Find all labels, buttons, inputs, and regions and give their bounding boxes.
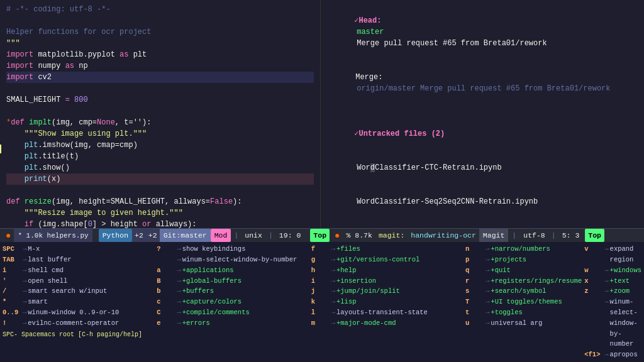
kb-entry: s→+search/symbol xyxy=(465,286,582,297)
kb-entry: C→+compile/comments xyxy=(157,307,308,318)
status-top-right[interactable]: Top xyxy=(585,229,604,242)
kb-entry: !→evilnc-comment-operator xyxy=(3,318,154,329)
git-untracked-file[interactable]: WordClassifier-Seq2Seq2CNN-Retrain.ipynb xyxy=(327,185,638,219)
kb-entry: a→+applications xyxy=(157,265,308,276)
kb-entry: i→shell cmd xyxy=(3,265,154,276)
kb-entry: f→+files xyxy=(311,244,463,255)
status-sep3 xyxy=(304,229,310,242)
code-line: """Show image using plt.""" xyxy=(6,128,314,140)
kb-entry: j→+jump/join/split xyxy=(311,286,463,297)
kb-entry: i→+insertion xyxy=(311,276,463,287)
keybindings-area: SPC→M-x TAB→last buffer i→shell cmd '→op… xyxy=(0,242,644,362)
status-magit-main: Magit xyxy=(479,229,509,242)
status-unix: unix xyxy=(242,229,265,242)
code-line: import cv2 xyxy=(6,72,314,83)
kb-col-2: ?→show keybindings →winum-select-window-… xyxy=(157,244,308,360)
status-bar: ● * 1.0k helpers.py Python +2 +2 Git:mas… xyxy=(0,228,644,242)
kb-entry: TAB→last buffer xyxy=(3,255,154,265)
status-git-branch: Git:master xyxy=(160,229,211,242)
git-head-line: ✓Head: master Merge pull request #65 fro… xyxy=(327,4,638,60)
status-spacer xyxy=(92,229,99,242)
code-line: *def implt(img, cmp=None, t=''): xyxy=(6,117,314,128)
git-merge-line: Merge: origin/master Merge pull request … xyxy=(327,60,638,106)
kb-entry: /→smart search w/input xyxy=(3,286,154,297)
code-line: Helper functions for ocr project xyxy=(6,26,314,38)
code-line: SMALL_HEIGHT = 800 xyxy=(6,94,314,106)
status-top-button[interactable]: Top xyxy=(310,229,330,242)
code-line: plt.imshow(img, cmap=cmp) xyxy=(6,140,314,151)
kb-entry: 0..9→winum-window 0..9-or-10 xyxy=(3,307,154,318)
code-line: import numpy as np xyxy=(6,60,314,72)
code-line: print(x) xyxy=(6,173,314,185)
code-line: """ xyxy=(6,38,314,49)
status-position: 19: 0 xyxy=(276,229,304,242)
main-area: # -*- coding: utf-8 -*- Helper functions… xyxy=(0,0,644,228)
status-dot: ● xyxy=(3,229,14,242)
git-untracked-file[interactable]: WordClassifier-CTC-Retrain.ipynb xyxy=(327,151,638,185)
status-git-modified: Mod xyxy=(211,229,231,242)
code-line xyxy=(6,106,314,117)
kb-entry: w→+windows xyxy=(584,265,641,276)
code-line xyxy=(6,15,314,26)
kb-entry: n→+narrow/numbers xyxy=(465,244,582,255)
status-sep1: | xyxy=(231,229,242,242)
kb-entry: u→universal arg xyxy=(465,318,582,329)
kb-entry: <f1>→apropos xyxy=(584,349,641,360)
kb-entry: m→+major-mode-cmd xyxy=(311,318,463,329)
code-line xyxy=(6,83,314,94)
kb-col-1: SPC→M-x TAB→last buffer i→shell cmd '→op… xyxy=(3,244,154,360)
kb-entry: '→open shell xyxy=(3,276,154,287)
kb-bottom: SPC- Spacemacs root [C-h paging/help] xyxy=(3,330,154,340)
kb-entry: t→+toggles xyxy=(465,307,582,318)
status-file-name: * 1.0k helpers.py xyxy=(14,229,92,242)
status-magit-label: magit: xyxy=(375,229,408,242)
git-untracked-header[interactable]: ✓Untracked files (2) xyxy=(327,117,638,151)
code-line: plt.show() xyxy=(6,162,314,173)
kb-entry: *→smart xyxy=(3,297,154,307)
cursor-indicator xyxy=(0,145,1,153)
kb-entry: g→+git/versions-control xyxy=(311,255,463,265)
status-encoding: utf-8 xyxy=(520,229,548,242)
status-dot2: ● xyxy=(330,229,343,242)
code-line: """Resize image to given height.""" xyxy=(6,207,314,219)
kb-entry: e→+errors xyxy=(157,318,308,329)
kb-entry: l→layouts-transient-state xyxy=(311,307,463,318)
status-plus2: +2 xyxy=(146,229,160,242)
kb-col-5: v→expand region w→+windows x→+text z→+zo… xyxy=(584,244,641,360)
status-sep5: | xyxy=(548,229,559,242)
code-line: import matplotlib.pyplot as plt xyxy=(6,49,314,60)
kb-col-45: n→+narrow/numbers p→+projects q→+quit r→… xyxy=(465,244,641,360)
kb-col-3: f→+files g→+git/versions-control h→+help… xyxy=(311,244,463,360)
kb-entry: p→+projects xyxy=(465,255,582,265)
code-line xyxy=(6,185,314,196)
status-sep4: | xyxy=(508,229,520,242)
status-percent-val: % 8.7k xyxy=(343,229,375,242)
status-line-col: 5: 3 xyxy=(559,229,583,242)
kb-entry: z→+zoom xyxy=(584,286,641,297)
kb-entry: c→+capture/colors xyxy=(157,297,308,307)
git-pane: ✓Head: master Merge pull request #65 fro… xyxy=(321,0,644,228)
code-line: if (img.shape[0] > height or allways): xyxy=(6,219,314,228)
git-spacer xyxy=(327,219,638,228)
kb-entry: →winum-select-window-by-number xyxy=(584,297,641,349)
git-spacer xyxy=(327,106,638,117)
code-line: def resize(img, height=SMALL_HEIGHT, all… xyxy=(6,196,314,207)
status-language: Python xyxy=(99,229,132,242)
kb-entry: r→+registers/rings/resume xyxy=(465,276,582,287)
kb-entry: x→+text xyxy=(584,276,641,287)
kb-entry: ?→show keybindings xyxy=(157,244,308,255)
status-sep2: | xyxy=(265,229,276,242)
kb-entry: →winum-select-window-by-number xyxy=(157,255,308,265)
status-plus1: +2 xyxy=(132,229,146,242)
kb-entry: T→+UI toggles/themes xyxy=(465,297,582,307)
code-line: plt.title(t) xyxy=(6,151,314,162)
code-editor[interactable]: # -*- coding: utf-8 -*- Helper functions… xyxy=(0,0,321,228)
kb-entry: h→+help xyxy=(311,265,463,276)
kb-entry: q→+quit xyxy=(465,265,582,276)
status-magit-title: handwriting-ocr xyxy=(408,229,479,242)
kb-entry: v→expand region xyxy=(584,244,641,265)
kb-col-4: n→+narrow/numbers p→+projects q→+quit r→… xyxy=(465,244,582,360)
kb-entry: b→+buffers xyxy=(157,286,308,297)
kb-entry: k→+lisp xyxy=(311,297,463,307)
code-line: # -*- coding: utf-8 -*- xyxy=(6,4,314,15)
